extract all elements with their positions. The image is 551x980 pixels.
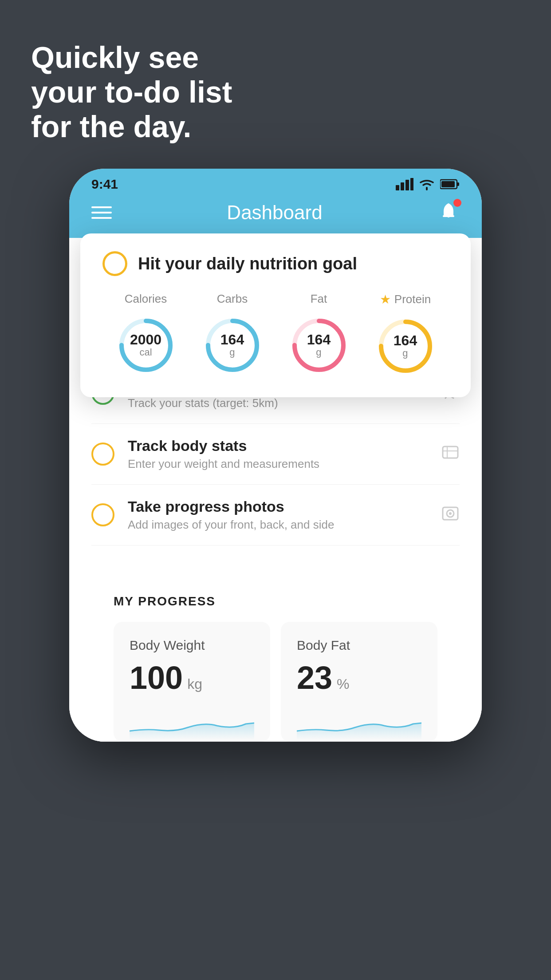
status-icons [396, 178, 460, 190]
donut-chart: 164 g [372, 313, 439, 379]
progress-card-title: Body Weight [130, 638, 254, 653]
todo-text: Take progress photosAdd images of your f… [128, 498, 428, 532]
wifi-icon [419, 178, 435, 190]
donut-chart: 164 g [199, 312, 266, 379]
progress-number: 23 [297, 662, 332, 694]
phone-mockup: 9:41 D [69, 169, 482, 742]
progress-label: MY PROGRESS [114, 594, 437, 609]
todo-title: Track body stats [128, 437, 428, 454]
donut-chart: 2000 cal [113, 312, 179, 379]
time: 9:41 [91, 177, 118, 192]
todo-title: Take progress photos [128, 498, 428, 515]
donut-chart: 164 g [286, 312, 352, 379]
progress-unit: % [337, 676, 349, 692]
hero-line1: Quickly see [31, 40, 232, 75]
nutrition-card: Hit your daily nutrition goal Calories 2… [80, 233, 471, 397]
todo-item-body-stats[interactable]: Track body statsEnter your weight and me… [91, 424, 460, 485]
todo-checkbox[interactable] [91, 443, 114, 466]
svg-rect-16 [443, 447, 458, 458]
hero-line3: for the day. [31, 109, 232, 144]
svg-point-21 [449, 512, 452, 515]
notification-bell[interactable] [437, 201, 460, 225]
progress-value: 100 kg [130, 662, 254, 694]
sparkline-chart [297, 704, 421, 740]
sparkline-chart [130, 704, 254, 740]
todo-action-icon [441, 443, 460, 466]
nutrition-item-fat: Fat 164 g [286, 292, 352, 379]
todo-subtitle: Add images of your front, back, and side [128, 518, 428, 532]
donut-value: 164 g [307, 332, 331, 358]
svg-rect-0 [396, 185, 399, 190]
todo-subtitle: Track your stats (target: 5km) [128, 396, 428, 410]
donut-value: 2000 cal [130, 332, 161, 358]
todo-action-icon [441, 504, 460, 526]
svg-rect-5 [457, 182, 459, 186]
todo-checkbox[interactable] [91, 503, 114, 526]
hero-line2: your to-do list [31, 75, 232, 109]
progress-card-body-weight[interactable]: Body Weight 100 kg [114, 622, 270, 742]
nutrition-label: ★Protein [380, 292, 431, 307]
progress-card-title: Body Fat [297, 638, 421, 653]
status-bar: 9:41 [69, 169, 482, 196]
svg-rect-7 [443, 215, 454, 217]
star-icon: ★ [380, 292, 391, 307]
notification-dot [453, 199, 461, 207]
progress-unit: kg [187, 676, 202, 692]
goal-circle [102, 251, 127, 276]
nutrition-label: Calories [125, 292, 167, 306]
progress-value: 23 % [297, 662, 421, 694]
nutrition-item-carbs: Carbs 164 g [199, 292, 266, 379]
svg-rect-6 [441, 181, 455, 187]
progress-section: MY PROGRESS Body Weight 100 kg Body Fat … [91, 572, 460, 742]
card-header: Hit your daily nutrition goal [102, 251, 449, 276]
todo-item-progress-photos[interactable]: Take progress photosAdd images of your f… [91, 485, 460, 545]
progress-card-body-fat[interactable]: Body Fat 23 % [281, 622, 437, 742]
donut-value: 164 g [220, 332, 244, 358]
nutrition-label: Carbs [217, 292, 248, 306]
nav-title: Dashboard [227, 202, 322, 224]
hero-text: Quickly see your to-do list for the day. [31, 40, 232, 144]
nutrition-grid: Calories 2000 cal Carbs 164 g Fat 164 g … [102, 292, 449, 379]
svg-rect-3 [410, 178, 413, 190]
nutrition-item-protein: ★Protein 164 g [372, 292, 439, 379]
content-area: THINGS TO DO TODAY Hit your daily nutrit… [69, 238, 482, 742]
donut-value: 164 g [394, 333, 417, 359]
signal-icon [396, 178, 413, 190]
battery-icon [440, 179, 460, 190]
nutrition-item-calories: Calories 2000 cal [113, 292, 179, 379]
nutrition-label: Fat [311, 292, 327, 306]
hamburger-menu[interactable] [91, 206, 112, 219]
todo-text: Track body statsEnter your weight and me… [128, 437, 428, 471]
todo-subtitle: Enter your weight and measurements [128, 457, 428, 471]
nav-bar: Dashboard [69, 196, 482, 238]
progress-number: 100 [130, 662, 183, 694]
svg-rect-2 [405, 180, 409, 190]
card-title: Hit your daily nutrition goal [138, 254, 357, 273]
progress-grid: Body Weight 100 kg Body Fat 23 % [114, 622, 437, 742]
svg-rect-1 [401, 182, 404, 190]
